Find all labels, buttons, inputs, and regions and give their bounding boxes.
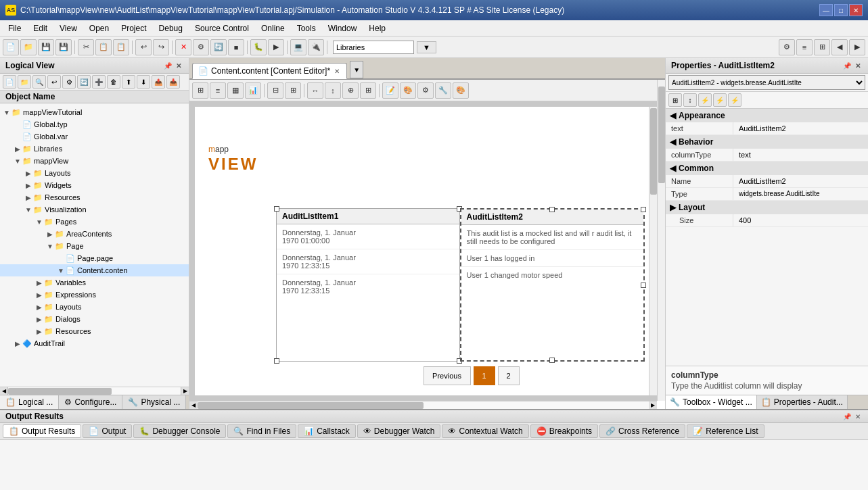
prop-val-size[interactable]: 400	[733, 214, 868, 226]
tree-toolbar-btn10[interactable]: ⬇	[137, 75, 150, 89]
prop-val-text[interactable]: AuditListItem2	[733, 122, 868, 134]
left-panel-pin-btn[interactable]: 📌	[163, 61, 173, 70]
maximize-button[interactable]: □	[834, 4, 848, 16]
widget-btn4[interactable]: ⊞	[360, 82, 376, 99]
tree-item-visualization[interactable]: ▼ 📁 Visualization	[0, 203, 189, 216]
tab-contextual-watch[interactable]: 👁 Contextual Watch	[442, 424, 528, 438]
style-btn1[interactable]: 📝	[382, 82, 398, 99]
layout-btn[interactable]: ⊟	[267, 82, 283, 99]
tree-item-dialogs[interactable]: ▶ 📁 Dialogs	[0, 313, 189, 325]
tab-configure[interactable]: ⚙ Configure...	[59, 395, 122, 409]
events-btn[interactable]: ⚡	[698, 93, 712, 107]
more-tabs-btn[interactable]: ▼	[350, 61, 363, 78]
menu-debug[interactable]: Debug	[154, 22, 188, 34]
tree-item-audittrail[interactable]: ▶ 🔷 AuditTrail	[0, 337, 189, 349]
tab-callstack[interactable]: 📊 Callstack	[298, 424, 356, 438]
tree-item-variables[interactable]: ▶ 📁 Variables	[0, 276, 189, 289]
menu-window[interactable]: Window	[323, 22, 363, 34]
toolbar-open-btn[interactable]: 📁	[20, 39, 37, 55]
title-bar-controls[interactable]: — □ ✕	[819, 4, 863, 16]
editor-tab-content[interactable]: 📄 Content.content [Content Editor]* ✕	[192, 63, 347, 79]
toolbar-copy-btn[interactable]: 📋	[95, 39, 112, 55]
tree-item-widgets[interactable]: ▶ 📁 Widgets	[0, 179, 189, 191]
toolbar-stop-btn[interactable]: ■	[228, 39, 244, 55]
toolbar-undo-btn[interactable]: ↩	[135, 39, 152, 55]
canvas-hscrollbar[interactable]: ◀ ▶	[189, 401, 657, 409]
tree-item-globaltyp[interactable]: 📄 Global.typ	[0, 118, 189, 130]
tree-toolbar-btn12[interactable]: 📥	[166, 75, 180, 89]
tab-close-btn[interactable]: ✕	[333, 68, 341, 75]
right-panel-controls[interactable]: 📌 ✕	[842, 61, 863, 70]
toolbar-nav-btn[interactable]: ◀	[831, 39, 848, 55]
align-right-btn[interactable]: ▦	[227, 82, 244, 99]
tree-toolbar-btn2[interactable]: 📁	[18, 75, 31, 89]
align-center-btn[interactable]: ≡	[210, 82, 226, 99]
tab-find-files[interactable]: 🔍 Find in Files	[227, 424, 296, 438]
tree-toolbar-btn6[interactable]: 🔄	[77, 75, 91, 89]
menu-tools[interactable]: Tools	[292, 22, 321, 34]
toolbar-continue-btn[interactable]: ▶	[268, 39, 284, 55]
align-left-btn[interactable]: ⊞	[192, 82, 208, 99]
canvas-white[interactable]: mapp VIEW AuditListItem1	[195, 107, 652, 395]
common-header[interactable]: ◀ Common	[666, 162, 868, 175]
format-btn[interactable]: 📊	[245, 82, 261, 99]
toolbar-more-btn[interactable]: ≡	[796, 39, 813, 55]
canvas-vscrollbar[interactable]	[649, 107, 657, 395]
tree-toolbar-btn4[interactable]: ↩	[47, 75, 61, 89]
layout-header[interactable]: ▶ Layout	[666, 201, 868, 214]
editor-vscrollbar[interactable]	[657, 80, 665, 401]
menu-file[interactable]: File	[3, 22, 26, 34]
menu-edit[interactable]: Edit	[28, 22, 53, 34]
scroll-right-btn[interactable]: ▶	[181, 387, 189, 395]
settings-btn[interactable]: 🔧	[435, 82, 451, 99]
sort-category-btn[interactable]: ⊞	[668, 93, 682, 107]
hscroll-right-btn[interactable]: ▶	[649, 401, 657, 409]
menu-project[interactable]: Project	[116, 22, 152, 34]
style-btn3[interactable]: ⚙	[417, 82, 434, 99]
tree-item-mappViewTutorial[interactable]: ▼ 📁 mappViewTutorial	[0, 106, 189, 118]
menu-source-control[interactable]: Source Control	[189, 22, 254, 34]
toolbar-redo-btn[interactable]: ↪	[153, 39, 169, 55]
tab-debugger-console[interactable]: 🐛 Debugger Console	[133, 424, 226, 438]
scroll-left-btn[interactable]: ◀	[0, 387, 8, 395]
previous-btn[interactable]: Previous	[424, 366, 471, 385]
tab-breakpoints[interactable]: ⛔ Breakpoints	[530, 424, 598, 438]
tree-item-expressions[interactable]: ▶ 📁 Expressions	[0, 289, 189, 301]
bottom-panel-close-btn[interactable]: ✕	[853, 412, 863, 421]
minimize-button[interactable]: —	[819, 4, 833, 16]
toolbar-paste-btn[interactable]: 📋	[113, 39, 129, 55]
close-button[interactable]: ✕	[849, 4, 863, 16]
tab-logical[interactable]: 📋 Logical ...	[0, 395, 59, 409]
tab-output[interactable]: 📄 Output	[83, 424, 132, 438]
tree-toolbar-btn11[interactable]: 📤	[152, 75, 165, 89]
expand-btn[interactable]: ⊞	[285, 82, 301, 99]
left-panel-hscrollbar[interactable]: ◀ ▶	[0, 387, 189, 395]
tree-item-layouts2[interactable]: ▶ 📁 Layouts	[0, 301, 189, 313]
left-panel-controls[interactable]: 📌 ✕	[163, 61, 183, 70]
prop-val-columntype[interactable]: text	[733, 149, 868, 161]
hscroll-left-btn[interactable]: ◀	[189, 401, 198, 409]
menu-open[interactable]: Open	[84, 22, 114, 34]
right-panel-close-btn[interactable]: ✕	[853, 61, 863, 70]
toolbar-save-all-btn[interactable]: 💾	[55, 39, 72, 55]
lightning-btn[interactable]: ⚡	[713, 93, 727, 107]
sort-alpha-btn[interactable]: ↕	[683, 93, 697, 107]
toolbar-connect-btn[interactable]: 🔌	[308, 39, 324, 55]
tree-item-mappview[interactable]: ▼ 📁 mappView	[0, 155, 189, 167]
toolbar-cut-btn[interactable]: ✂	[78, 39, 94, 55]
widget-btn2[interactable]: ↕	[325, 82, 341, 99]
color-btn[interactable]: 🎨	[453, 82, 469, 99]
tab-output-results[interactable]: 📋 Output Results	[3, 424, 81, 438]
tab-debugger-watch[interactable]: 👁 Debugger Watch	[357, 424, 441, 438]
widget-select[interactable]: AuditListItem2 - widgets.brease.AuditLis…	[668, 75, 865, 90]
left-panel-close-btn[interactable]: ✕	[174, 61, 183, 70]
tree-item-content[interactable]: ▼ 📄 Content.conten	[0, 264, 189, 276]
page-1-btn[interactable]: 1	[474, 366, 495, 385]
audit-col2[interactable]: AuditListItem2 This audit list is a mock…	[460, 208, 645, 362]
tree-item-page-page[interactable]: 📄 Page.page	[0, 252, 189, 264]
widget-dropdown[interactable]: AuditListItem2 - widgets.brease.AuditLis…	[666, 74, 868, 92]
tab-physical[interactable]: 🔧 Physical ...	[122, 395, 186, 409]
tree-toolbar-btn9[interactable]: ⬆	[122, 75, 135, 89]
right-panel-pin-btn[interactable]: 📌	[842, 61, 852, 70]
widget-btn3[interactable]: ⊕	[342, 82, 359, 99]
